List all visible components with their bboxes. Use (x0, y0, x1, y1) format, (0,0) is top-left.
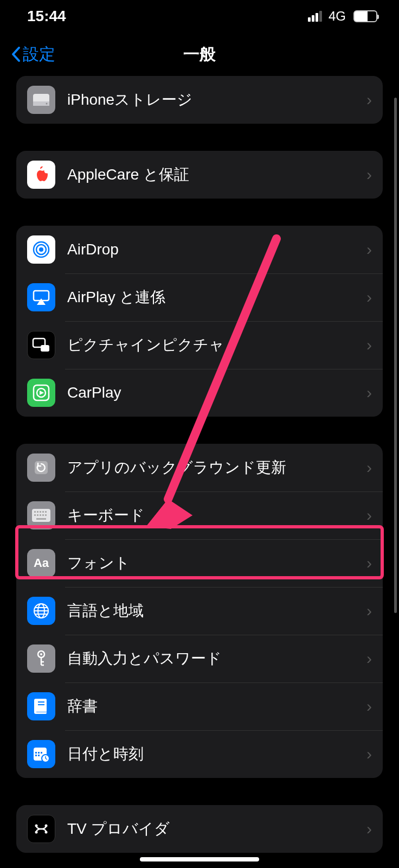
svg-rect-43 (38, 755, 40, 756)
row-applecare[interactable]: AppleCare と保証 › (16, 151, 383, 199)
chevron-right-icon: › (366, 336, 372, 354)
row-fonts[interactable]: Aa フォント › (16, 539, 383, 587)
svg-rect-22 (45, 514, 47, 516)
apple-icon (27, 161, 55, 189)
chevron-right-icon: › (366, 384, 372, 402)
row-bgrefresh[interactable]: アプリのバックグラウンド更新 › (16, 444, 383, 492)
globe-icon (27, 597, 55, 625)
svg-rect-8 (41, 345, 49, 352)
svg-rect-23 (36, 518, 46, 520)
page-title: 一般 (183, 43, 216, 66)
row-carplay[interactable]: CarPlay › (16, 369, 383, 417)
row-autofill[interactable]: 自動入力とパスワード › (16, 635, 383, 682)
calendar-clock-icon (27, 740, 55, 768)
chevron-right-icon: › (366, 240, 372, 259)
row-label: AppleCare と保証 (67, 164, 366, 185)
svg-rect-42 (35, 755, 37, 756)
row-dictionary[interactable]: 辞書 › (16, 682, 383, 730)
row-airplay[interactable]: AirPlay と連係 › (16, 273, 383, 321)
chevron-right-icon: › (366, 458, 372, 477)
content: iPhoneストレージ › AppleCare と保証 › AirDrop › … (0, 76, 399, 868)
key-icon (27, 644, 55, 673)
airdrop-icon (27, 235, 55, 264)
status-time: 15:44 (27, 8, 66, 25)
row-label: CarPlay (67, 384, 366, 401)
row-storage[interactable]: iPhoneストレージ › (16, 76, 383, 124)
row-keyboard[interactable]: キーボード › (16, 492, 383, 539)
pip-icon (27, 331, 55, 359)
home-indicator[interactable] (140, 857, 259, 861)
svg-rect-20 (40, 514, 41, 516)
status-bar: 15:44 4G (0, 0, 399, 33)
chevron-left-icon (11, 46, 21, 62)
row-datetime[interactable]: 日付と時刻 › (16, 730, 383, 778)
storage-icon (27, 86, 55, 114)
row-label: TV プロバイダ (67, 819, 366, 839)
chevron-right-icon: › (366, 288, 372, 307)
row-airdrop[interactable]: AirDrop › (16, 226, 383, 273)
network-label: 4G (329, 9, 346, 24)
chevron-right-icon: › (366, 506, 372, 525)
airplay-icon (27, 283, 55, 311)
row-label: AirPlay と連係 (67, 287, 366, 308)
row-label: アプリのバックグラウンド更新 (67, 457, 366, 478)
row-label: 自動入力とパスワード (67, 648, 366, 669)
row-label: 辞書 (67, 696, 366, 717)
row-label: AirDrop (67, 241, 366, 258)
chevron-right-icon: › (366, 745, 372, 763)
svg-rect-40 (38, 752, 40, 754)
settings-group: アプリのバックグラウンド更新 › キーボード › Aa フォント › 言語と地域… (16, 444, 383, 778)
svg-rect-16 (42, 511, 44, 513)
svg-rect-15 (40, 511, 41, 513)
settings-group: AppleCare と保証 › (16, 151, 383, 199)
keyboard-icon (27, 501, 55, 529)
fonts-icon: Aa (27, 549, 55, 577)
svg-point-30 (40, 653, 42, 655)
row-label: ピクチャインピクチャ (67, 335, 366, 355)
status-right: 4G (308, 9, 377, 24)
settings-group: AirDrop › AirPlay と連係 › ピクチャインピクチャ › Car… (16, 226, 383, 417)
svg-rect-14 (37, 511, 38, 513)
carplay-icon (27, 379, 55, 407)
chevron-right-icon: › (366, 165, 372, 184)
chevron-right-icon: › (366, 649, 372, 668)
navigation-bar: 設定 一般 (0, 33, 399, 76)
tv-provider-icon (27, 815, 55, 843)
fonts-badge-text: Aa (34, 556, 49, 570)
svg-rect-17 (45, 511, 47, 513)
svg-rect-34 (36, 711, 47, 713)
back-label: 設定 (23, 43, 55, 66)
chevron-right-icon: › (366, 91, 372, 109)
row-language-region[interactable]: 言語と地域 › (16, 587, 383, 635)
book-icon (27, 692, 55, 720)
svg-rect-21 (42, 514, 44, 516)
settings-group: iPhoneストレージ › (16, 76, 383, 124)
svg-rect-39 (35, 752, 37, 754)
svg-point-5 (39, 247, 43, 252)
chevron-right-icon: › (366, 697, 372, 716)
back-button[interactable]: 設定 (11, 43, 55, 66)
chevron-right-icon: › (366, 820, 372, 838)
chevron-right-icon: › (366, 554, 372, 572)
row-label: 言語と地域 (67, 601, 366, 621)
signal-icon (308, 11, 322, 22)
svg-rect-19 (37, 514, 38, 516)
row-tvprovider[interactable]: TV プロバイダ › (16, 805, 383, 853)
row-label: iPhoneストレージ (67, 90, 366, 110)
refresh-icon (27, 454, 55, 482)
svg-rect-18 (34, 514, 36, 516)
svg-point-2 (46, 103, 48, 105)
svg-rect-13 (34, 511, 36, 513)
row-label: キーボード (67, 505, 366, 526)
battery-icon (353, 10, 377, 22)
svg-rect-41 (41, 752, 42, 754)
chevron-right-icon: › (366, 602, 372, 620)
settings-group: TV プロバイダ › (16, 805, 383, 853)
scroll-indicator[interactable] (394, 98, 397, 613)
row-label: 日付と時刻 (67, 744, 366, 764)
row-pip[interactable]: ピクチャインピクチャ › (16, 321, 383, 369)
row-label: フォント (67, 553, 366, 573)
